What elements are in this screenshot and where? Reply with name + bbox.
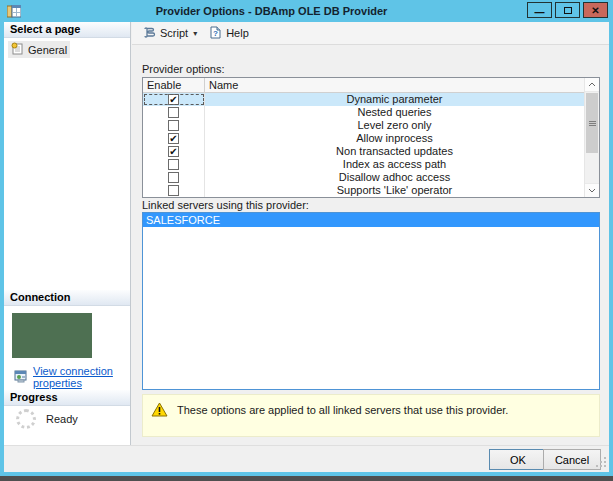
- window-controls: — ✕: [527, 2, 608, 18]
- thumb-grip-icon: [589, 121, 596, 126]
- connection-header: Connection: [4, 290, 130, 306]
- enable-cell: [143, 106, 205, 119]
- option-name: Allow inprocess: [205, 132, 584, 145]
- warning-banner: These options are applied to all linked …: [142, 394, 600, 437]
- option-row[interactable]: Level zero only: [143, 119, 584, 132]
- option-name: Index as access path: [205, 158, 584, 171]
- column-header-enable[interactable]: Enable: [143, 78, 205, 92]
- window-title: Provider Options - DBAmp OLE DB Provider: [40, 5, 503, 17]
- scroll-down-button[interactable]: [585, 183, 599, 197]
- enable-cell: ✔: [143, 132, 205, 145]
- script-button-label: Script: [160, 27, 188, 39]
- option-name: Dynamic parameter: [205, 93, 584, 106]
- ok-button[interactable]: OK: [489, 449, 547, 470]
- spinner-icon: [16, 409, 36, 429]
- enable-cell: ✔: [143, 145, 205, 158]
- warning-icon: [151, 402, 168, 419]
- checkbox-unchecked[interactable]: [168, 107, 179, 118]
- help-button[interactable]: ? Help: [204, 24, 254, 43]
- maximize-icon: [564, 7, 572, 14]
- help-icon: ?: [209, 26, 222, 41]
- warning-text: These options are applied to all linked …: [177, 402, 508, 416]
- option-row[interactable]: Disallow adhoc access: [143, 171, 584, 184]
- linked-server-item[interactable]: SALESFORCE: [143, 213, 599, 227]
- close-button[interactable]: ✕: [583, 2, 608, 18]
- provider-options-label: Provider options:: [142, 63, 225, 75]
- sidebar-item-general[interactable]: General: [8, 41, 70, 58]
- view-connection-properties-link[interactable]: View connection properties: [14, 365, 130, 389]
- sidebar: Select a page General Connection View co…: [4, 22, 131, 445]
- checkbox-unchecked[interactable]: [168, 185, 179, 196]
- enable-cell: [143, 184, 205, 197]
- checkbox-checked[interactable]: ✔: [168, 133, 179, 144]
- maximize-button[interactable]: [555, 2, 580, 18]
- option-name: Disallow adhoc access: [205, 171, 584, 184]
- checkbox-checked[interactable]: ✔: [168, 146, 179, 157]
- minimize-button[interactable]: —: [527, 2, 552, 18]
- view-connection-properties-label: View connection properties: [33, 365, 130, 389]
- option-row[interactable]: ✔Dynamic parameter: [143, 93, 584, 106]
- titlebar[interactable]: Provider Options - DBAmp OLE DB Provider…: [0, 0, 613, 22]
- svg-text:?: ?: [213, 29, 218, 38]
- select-page-header: Select a page: [4, 22, 130, 38]
- footer: OK Cancel: [4, 445, 609, 472]
- main-panel: Script ▾ ? Help Provider options: Enable…: [132, 22, 609, 445]
- linked-servers-list[interactable]: SALESFORCE: [142, 212, 600, 390]
- connection-info-redacted: [12, 313, 92, 358]
- general-page-icon: [11, 42, 24, 57]
- enable-cell: [143, 119, 205, 132]
- option-name: Nested queries: [205, 106, 584, 119]
- enable-cell: ✔: [143, 93, 205, 106]
- chevron-up-icon: [588, 82, 596, 87]
- linked-servers-label: Linked servers using this provider:: [142, 199, 309, 211]
- script-icon: [142, 26, 156, 41]
- table-scrollbar[interactable]: [584, 78, 599, 197]
- progress-status-text: Ready: [46, 413, 78, 425]
- provider-options-dialog: Provider Options - DBAmp OLE DB Provider…: [0, 0, 613, 476]
- toolbar: Script ▾ ? Help: [132, 22, 609, 45]
- option-name: Non transacted updates: [205, 145, 584, 158]
- script-dropdown-arrow[interactable]: ▾: [193, 29, 197, 38]
- dialog-body: Select a page General Connection View co…: [4, 22, 609, 472]
- minimize-icon: —: [535, 7, 545, 18]
- help-button-label: Help: [226, 27, 249, 39]
- cancel-button[interactable]: Cancel: [543, 449, 601, 470]
- column-header-name[interactable]: Name: [205, 78, 584, 92]
- option-name: Supports 'Like' operator: [205, 184, 584, 197]
- checkbox-unchecked[interactable]: [168, 172, 179, 183]
- checkbox-unchecked[interactable]: [168, 159, 179, 170]
- chevron-down-icon: [588, 188, 596, 193]
- option-row[interactable]: ✔Non transacted updates: [143, 145, 584, 158]
- scroll-up-button[interactable]: [585, 78, 599, 92]
- close-icon: ✕: [591, 5, 599, 16]
- table-body: ✔Dynamic parameterNested queriesLevel ze…: [143, 93, 584, 197]
- option-row[interactable]: Nested queries: [143, 106, 584, 119]
- checkbox-unchecked[interactable]: [168, 120, 179, 131]
- provider-options-table: Enable Name ✔Dynamic parameterNested que…: [142, 77, 600, 198]
- progress-header: Progress: [4, 390, 130, 406]
- resize-grip[interactable]: [596, 457, 607, 470]
- option-row[interactable]: ✔Allow inprocess: [143, 132, 584, 145]
- scrollbar-thumb[interactable]: [586, 93, 598, 153]
- script-button[interactable]: Script ▾: [137, 24, 202, 43]
- app-icon: [7, 5, 21, 18]
- option-name: Level zero only: [205, 119, 584, 132]
- table-header-row: Enable Name: [143, 78, 584, 93]
- option-row[interactable]: Index as access path: [143, 158, 584, 171]
- progress-status: Ready: [16, 409, 78, 429]
- connection-properties-icon: [14, 370, 28, 385]
- checkbox-checked[interactable]: ✔: [168, 94, 179, 105]
- enable-cell: [143, 158, 205, 171]
- enable-cell: [143, 171, 205, 184]
- sidebar-item-label: General: [28, 44, 67, 56]
- option-row[interactable]: Supports 'Like' operator: [143, 184, 584, 197]
